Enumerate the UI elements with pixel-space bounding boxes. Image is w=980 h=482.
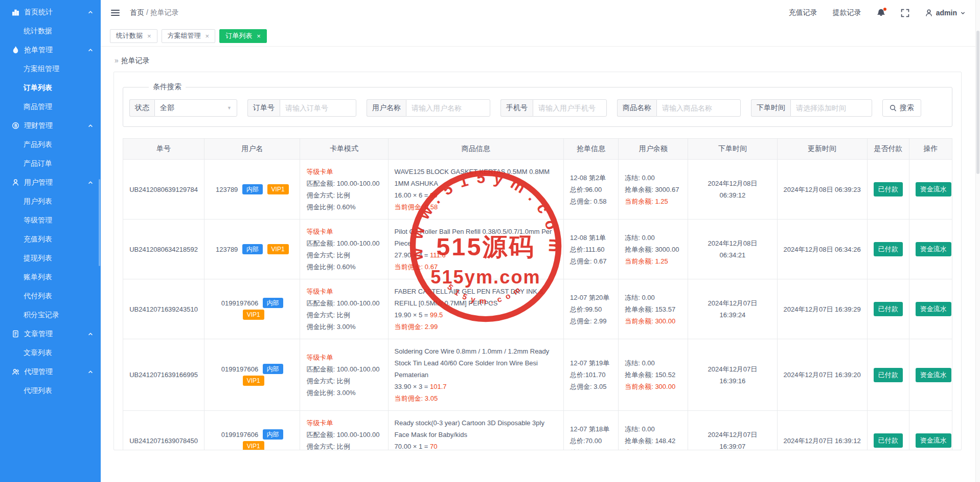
order-time-cell: 2024年12月08日 06:34:21 — [688, 220, 777, 279]
sidebar-item-article-list[interactable]: 文章列表 — [0, 343, 101, 362]
mode-cell: 等级卡单 匹配金额: 100.00-100.00 佣金方式: 比例 佣金比例: … — [300, 411, 388, 451]
mode-match: 匹配金额: 100.00-100.00 — [306, 297, 381, 309]
paid-status-cell: 已付款 — [867, 279, 909, 339]
sidebar-section-user-mgmt[interactable]: 用户管理 — [0, 173, 101, 192]
col-product-info: 商品信息 — [388, 139, 563, 160]
username-input[interactable] — [406, 99, 490, 117]
status-selected-value: 全部 — [160, 103, 174, 113]
fund-flow-button[interactable]: 资金流水 — [916, 433, 951, 448]
withdraw-records-link[interactable]: 提款记录 — [833, 8, 861, 17]
product-calc: 16.00 × 6 = 96 — [395, 189, 557, 201]
tab-order-list[interactable]: 订单列表 × — [219, 29, 267, 43]
product-name: FABER CASTELL AIR GEL PEN FAST DRY INK &… — [395, 286, 557, 309]
balance-current: 当前余额: 1.25 — [625, 255, 681, 267]
admin-user-menu[interactable]: admin — [925, 9, 966, 17]
sidebar-item-recharge-list[interactable]: 充值列表 — [0, 230, 101, 249]
sidebar-item-agent-list[interactable]: 代理列表 — [0, 381, 101, 400]
sidebar-section-grab-mgmt[interactable]: 抢单管理 — [0, 40, 101, 59]
paid-status-cell: 已付款 — [867, 411, 909, 451]
sidebar-section-article-mgmt[interactable]: 文章管理 — [0, 324, 101, 343]
page-scrollbar[interactable] — [975, 0, 980, 482]
product-cell: FABER CASTELL AIR GEL PEN FAST DRY INK &… — [388, 279, 563, 339]
balance-current: 当前余额: 300.00 — [625, 315, 681, 327]
paid-status-badge[interactable]: 已付款 — [874, 368, 903, 382]
sidebar-item-product-mgmt[interactable]: 商品管理 — [0, 97, 101, 116]
sidebar-section-home-stats[interactable]: 首页统计 — [0, 3, 101, 21]
update-time-cell: 2024年12月08日 06:34:26 — [777, 220, 867, 279]
grab-commission: 总佣金: 0.58 — [570, 195, 612, 207]
breadcrumb-home-link[interactable]: 首页 — [130, 8, 144, 16]
tab-label: 统计数据 — [116, 31, 143, 40]
order-time-cell: 2024年12月08日 06:39:12 — [688, 160, 777, 220]
sidebar-item-withdraw-list[interactable]: 提现列表 — [0, 249, 101, 268]
chevron-up-icon — [87, 180, 94, 186]
navbar-right: 充值记录 提款记录 admin — [789, 8, 966, 17]
bar-chart-icon — [12, 8, 19, 16]
sidebar-item-plan-group[interactable]: 方案组管理 — [0, 59, 101, 78]
vip-badge: VIP1 — [243, 376, 264, 386]
fund-flow-button[interactable]: 资金流水 — [916, 368, 951, 382]
internal-badge: 内部 — [263, 429, 283, 440]
balance-current: 当前余额: 1.25 — [625, 195, 681, 207]
mode-cell: 等级卡单 匹配金额: 100.00-100.00 佣金方式: 比例 佣金比例: … — [300, 279, 388, 339]
mode-method: 佣金方式: 比例 — [306, 441, 381, 450]
sidebar-section-finance-mgmt[interactable]: 理财管理 — [0, 116, 101, 135]
page-title: »抢单记录 — [115, 56, 962, 65]
page-scrollbar-thumb[interactable] — [976, 31, 979, 174]
sidebar-section-agent-mgmt[interactable]: 代理管理 — [0, 362, 101, 381]
product-name-label: 商品名称 — [617, 99, 656, 117]
breadcrumb-current: 抢单记录 — [150, 8, 179, 16]
orders-table: 单号 用户名 卡单模式 商品信息 抢单信息 用户余额 下单时间 更新时间 是否付… — [123, 138, 952, 450]
grab-round: 12-07 第18单 — [570, 423, 612, 435]
sidebar-item-order-list[interactable]: 订单列表 — [0, 78, 101, 97]
sidebar-scrollbar-thumb[interactable] — [99, 179, 100, 266]
paid-status-badge[interactable]: 已付款 — [874, 302, 903, 316]
sidebar-item-bill-list[interactable]: 账单列表 — [0, 268, 101, 287]
username-cell: 0199197606 内部 VIP1 — [204, 339, 300, 411]
balance-cell: 冻结: 0.00 抢单余额: 3000.00 当前余额: 1.25 — [619, 220, 688, 279]
product-name-input[interactable] — [656, 99, 741, 117]
username-label: 用户名称 — [367, 99, 406, 117]
tab-label: 订单列表 — [225, 31, 252, 40]
table-row: UB2412071639078450 0199197606 内部 VIP1 等级… — [123, 411, 952, 451]
mode-cell: 等级卡单 匹配金额: 100.00-100.00 佣金方式: 比例 佣金比例: … — [300, 339, 388, 411]
fullscreen-icon[interactable] — [901, 9, 909, 17]
fund-flow-button[interactable]: 资金流水 — [916, 302, 951, 316]
phone-input[interactable] — [533, 99, 607, 117]
action-cell: 资金流水 — [909, 220, 952, 279]
sidebar-item-stats-data[interactable]: 统计数据 — [0, 21, 101, 40]
order-no-input[interactable] — [280, 99, 356, 117]
fund-flow-button[interactable]: 资金流水 — [916, 182, 951, 196]
paid-status-badge[interactable]: 已付款 — [874, 182, 903, 196]
recharge-records-link[interactable]: 充值记录 — [789, 8, 817, 17]
notification-bell-icon[interactable] — [877, 9, 885, 17]
grab-info-cell: 12-07 第19单 总价:101.70 总佣金: 3.05 — [564, 339, 619, 411]
sidebar-item-level-mgmt[interactable]: 等级管理 — [0, 211, 101, 230]
mode-method: 佣金方式: 比例 — [306, 249, 381, 261]
main-area: 首页 / 抢单记录 充值记录 提款记录 admin — [101, 0, 980, 482]
sidebar-item-user-list[interactable]: 用户列表 — [0, 192, 101, 211]
hamburger-menu-icon[interactable] — [111, 10, 120, 16]
sidebar-item-points-records[interactable]: 积分宝记录 — [0, 305, 101, 324]
close-icon[interactable]: × — [257, 32, 261, 40]
balance-grab: 抢单余额: 153.57 — [625, 303, 681, 315]
fund-flow-button[interactable]: 资金流水 — [916, 242, 951, 256]
tab-plan-group[interactable]: 方案组管理 × — [162, 29, 216, 43]
sidebar-item-product-orders[interactable]: 产品订单 — [0, 154, 101, 173]
search-button[interactable]: 搜索 — [882, 99, 921, 117]
paid-status-badge[interactable]: 已付款 — [874, 242, 903, 256]
close-icon[interactable]: × — [206, 32, 210, 40]
paid-status-cell: 已付款 — [867, 160, 909, 220]
chevron-up-icon — [87, 331, 94, 337]
paid-status-badge[interactable]: 已付款 — [874, 433, 903, 448]
mode-type: 等级卡单 — [306, 352, 381, 363]
sidebar-section-label: 首页统计 — [24, 8, 53, 17]
status-select[interactable]: 全部 ▼ — [154, 99, 237, 117]
internal-badge: 内部 — [242, 244, 263, 254]
order-time-input[interactable] — [790, 99, 872, 117]
tab-stats-data[interactable]: 统计数据 × — [110, 29, 157, 43]
sidebar-item-product-list[interactable]: 产品列表 — [0, 135, 101, 154]
balance-current: 当前余额: 300.00 — [625, 447, 681, 451]
close-icon[interactable]: × — [147, 32, 151, 40]
sidebar-item-payout-list[interactable]: 代付列表 — [0, 287, 101, 305]
